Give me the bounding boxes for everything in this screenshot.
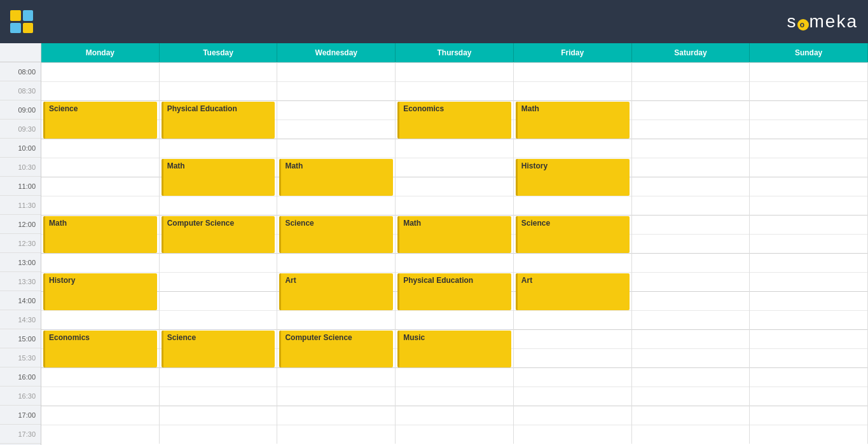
grid-line (750, 158, 867, 158)
grid-line (632, 367, 750, 368)
time-header (0, 43, 41, 62)
grid-line (750, 348, 867, 349)
grid-line (41, 387, 159, 387)
grid-line (277, 158, 395, 158)
days-grid: MondayTuesdayWednesdayThursdayFridaySatu… (41, 43, 868, 445)
grid-line (277, 139, 395, 139)
grid-line (750, 196, 867, 196)
grid-line (632, 425, 750, 425)
grid-line (41, 425, 159, 425)
grid-line (750, 120, 867, 120)
event-block-5: Math (279, 159, 393, 196)
time-slot-1600: 16:00 (0, 367, 41, 387)
day-column-saturday (632, 62, 750, 444)
grid-line (160, 81, 277, 82)
grid-line (514, 62, 631, 63)
grid-line (277, 425, 395, 425)
grid-line (277, 387, 395, 387)
grid-line (514, 139, 631, 139)
schedule-body: ScienceMathHistoryEconomicsPhysical Educ… (41, 62, 868, 445)
grid-line (750, 234, 867, 235)
grid-line (632, 291, 750, 292)
grid-line (632, 387, 750, 387)
time-column: 08:0008:3009:0009:3010:0010:3011:0011:30… (0, 43, 41, 445)
grid-line (41, 158, 159, 158)
grid-line (396, 62, 513, 63)
grid-line (41, 81, 159, 82)
day-header-thursday: Thursday (396, 43, 514, 63)
time-slot-1430: 14:30 (0, 310, 41, 329)
grid-line (514, 329, 631, 330)
time-slot-1100: 11:00 (0, 177, 41, 196)
grid-line (277, 272, 395, 273)
grid-line (750, 329, 867, 330)
grid-line (277, 100, 395, 101)
grid-line (750, 139, 867, 139)
time-slot-1400: 14:00 (0, 291, 41, 310)
event-block-16: Economics (43, 331, 157, 367)
grid-line (160, 196, 277, 196)
grid-line (632, 329, 750, 330)
grid-line (396, 253, 513, 254)
grid-line (160, 215, 277, 216)
grid-line (277, 81, 395, 82)
day-column-monday: ScienceMathHistoryEconomics (41, 62, 160, 444)
day-column-friday: MathHistoryScienceArt (514, 62, 632, 444)
event-block-2: Economics (397, 102, 511, 139)
event-block-15: Art (516, 273, 630, 310)
grid-line (514, 406, 631, 406)
grid-line (396, 100, 513, 101)
grid-line (514, 367, 631, 368)
grid-line (750, 62, 867, 63)
event-block-14: Physical Education (397, 273, 511, 310)
event-block-7: Math (43, 216, 157, 253)
grid-line (514, 100, 631, 101)
grid-line (396, 367, 513, 368)
grid-line (277, 367, 395, 368)
brand-dot: o (797, 19, 809, 31)
grid-line (41, 253, 159, 254)
time-slot-1300: 13:00 (0, 253, 41, 272)
grid-line (632, 177, 750, 177)
grid-line (514, 253, 631, 254)
grid-line (514, 272, 631, 273)
grid-line (41, 215, 159, 216)
grid-line (750, 367, 867, 368)
event-block-10: Math (397, 216, 511, 253)
event-block-4: Math (162, 159, 275, 196)
day-header-friday: Friday (514, 43, 632, 63)
grid-line (632, 348, 750, 349)
grid-line (41, 310, 159, 311)
grid-line (277, 62, 395, 63)
grid-line (514, 158, 631, 158)
grid-line (396, 425, 513, 425)
grid-line (632, 215, 750, 216)
time-slot-0800: 08:00 (0, 62, 41, 81)
grid-line (396, 139, 513, 139)
day-header-tuesday: Tuesday (160, 43, 278, 63)
event-block-19: Music (397, 331, 511, 367)
grid-line (396, 406, 513, 406)
grid-line (632, 158, 750, 158)
grid-line (160, 253, 277, 254)
event-block-11: Science (516, 216, 630, 253)
time-slot-1700: 17:00 (0, 406, 41, 425)
time-slot-1630: 16:30 (0, 387, 41, 406)
time-slot-1030: 10:30 (0, 158, 41, 177)
grid-line (41, 329, 159, 330)
day-column-tuesday: Physical EducationMathComputer ScienceSc… (160, 62, 278, 444)
day-header-monday: Monday (41, 43, 160, 63)
time-slot-1330: 13:30 (0, 272, 41, 291)
grid-line (160, 272, 277, 273)
grid-line (750, 406, 867, 406)
grid-line (632, 120, 750, 120)
time-slot-1000: 10:00 (0, 139, 41, 158)
header-left (10, 10, 41, 33)
grid-line (396, 196, 513, 196)
time-slot-1230: 12:30 (0, 234, 41, 253)
grid-line (41, 62, 159, 63)
grid-line (750, 215, 867, 216)
grid-line (632, 406, 750, 406)
header: someka (0, 0, 868, 43)
time-slot-1530: 15:30 (0, 348, 41, 367)
